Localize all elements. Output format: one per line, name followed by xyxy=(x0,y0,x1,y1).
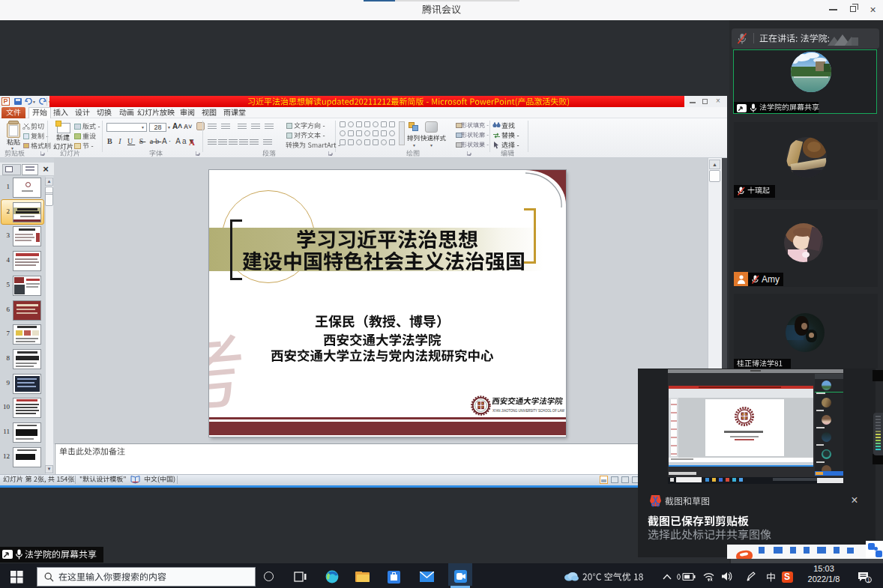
svg-text:1: 1 xyxy=(867,578,870,583)
